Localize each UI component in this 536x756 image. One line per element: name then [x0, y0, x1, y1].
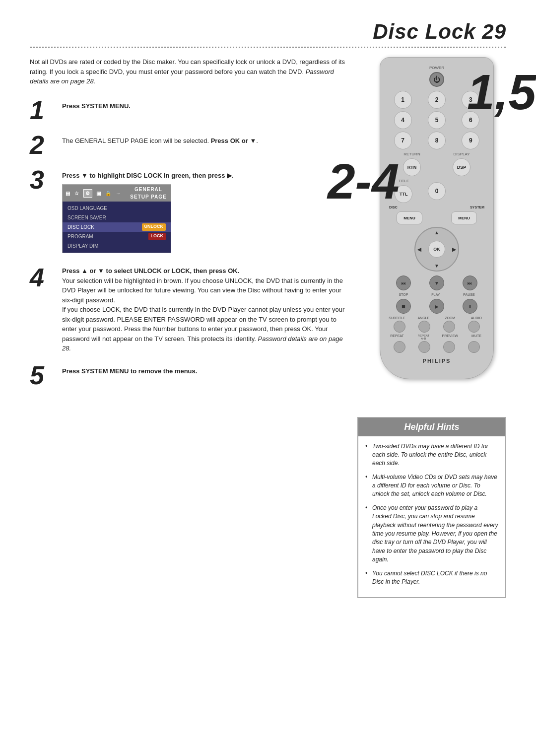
repeat-ab-label: REPEATA-B	[414, 334, 432, 340]
button-7[interactable]: 7	[394, 132, 412, 149]
zoom-cell	[443, 321, 455, 333]
disc-system-row: DISC SYSTEM	[387, 206, 486, 209]
hint-item-2: Multi-volume Video CDs or DVD sets may h…	[365, 473, 498, 499]
mute-button[interactable]	[468, 341, 480, 353]
brand-label: PHILIPS	[387, 358, 486, 364]
hints-list: Two-sided DVDs may have a different ID f…	[365, 442, 498, 587]
pause-label: PAUSE	[463, 293, 474, 296]
system-menu-button[interactable]: MENU	[451, 211, 477, 224]
audio-button[interactable]	[468, 321, 480, 333]
display-button[interactable]: DSP	[453, 158, 470, 176]
zoom-label: ZOOM	[441, 316, 459, 320]
menu-row-disclock: DISC LOCKUNLOCK	[63, 222, 171, 232]
skip-next-button[interactable]: ⏭	[463, 275, 477, 290]
angle-label: ANGLE	[414, 316, 432, 320]
transport-buttons: ⏹ ▶ ⏸	[387, 299, 486, 314]
step-2: 2 The GENERAL SETUP PAGE icon will be se…	[30, 132, 352, 158]
page-title: Disc Lock 29	[30, 20, 506, 44]
system-label: SYSTEM	[470, 206, 484, 209]
play-button[interactable]: ▶	[429, 299, 444, 314]
hint-item-4: You cannot select DISC LOCK if there is …	[365, 569, 498, 587]
subtitle-label: SUBTITLE	[388, 316, 406, 320]
ok-button[interactable]: OK	[428, 241, 445, 258]
overlay-24: 2-4	[328, 156, 400, 206]
button-1[interactable]: 1	[394, 91, 412, 109]
skip-row: ⏮ ▼ ⏭	[387, 275, 486, 290]
menu-rows: OSD LANGUAGE SCREEN SAVER DISC LOCKUNLOC…	[63, 202, 171, 253]
skip-prev-button[interactable]: ⏮	[396, 275, 411, 290]
menu-buttons-row: MENU MENU	[387, 211, 486, 224]
right-col-inner: 1,5 2-4 POWER ⏻ 1 2 3	[367, 57, 506, 379]
nav-right[interactable]: ▶	[452, 247, 456, 252]
step-1-content: Press SYSTEM MENU.	[62, 97, 352, 111]
step-5: 5 Press SYSTEM MENU to remove the menus.	[30, 362, 352, 388]
nav-down[interactable]: ▼	[434, 263, 439, 269]
button-2[interactable]: 2	[428, 91, 446, 109]
step-5-content: Press SYSTEM MENU to remove the menus.	[62, 362, 352, 376]
step-3-number: 3	[30, 167, 57, 193]
repeat-ab-button[interactable]	[418, 341, 430, 353]
step-3-content: Press ▼ to highlight DISC LOCK in green,…	[62, 167, 352, 254]
nav-down-button[interactable]: ▼	[429, 275, 444, 290]
small-buttons-row1	[387, 321, 486, 333]
small-labels-row1: SUBTITLE ANGLE ZOOM AUDIO	[387, 316, 486, 320]
repeat-ab-cell	[418, 341, 430, 353]
button-9[interactable]: 9	[462, 132, 479, 149]
stop-label: STOP	[399, 293, 408, 296]
repeat-button[interactable]	[394, 341, 405, 353]
helpful-hints-box: Helpful Hints Two-sided DVDs may have a …	[357, 417, 506, 599]
right-column: 1,5 2-4 POWER ⏻ 1 2 3	[367, 57, 506, 379]
preview-button[interactable]	[443, 341, 455, 353]
transport-label-row: STOP PLAY PAUSE	[387, 293, 486, 296]
page-container: Disc Lock 29 Not all DVDs are rated or c…	[0, 0, 536, 756]
power-button[interactable]: ⏻	[429, 72, 444, 87]
button-4[interactable]: 4	[394, 111, 412, 129]
menu-row-display: DISPLAY DIM	[63, 241, 171, 251]
audio-cell	[468, 321, 480, 333]
return-button[interactable]: RTN	[403, 158, 421, 176]
menu-row-program: PROGRAMLOCK	[63, 232, 171, 241]
display-label: DISPLAY	[453, 152, 470, 156]
zoom-button[interactable]	[443, 321, 455, 333]
button-0[interactable]: 0	[428, 182, 446, 200]
menu-title-bar: ▤ ☆ ⚙ ▣ 🔒 → GENERAL SETUP PAGE	[63, 185, 171, 202]
preview-label: PREVIEW	[441, 334, 459, 340]
pause-button[interactable]: ⏸	[463, 299, 477, 314]
return-label: RETURN	[403, 152, 421, 156]
hints-body: Two-sided DVDs may have a different ID f…	[358, 436, 505, 598]
preview-cell	[443, 341, 455, 353]
intro-paragraph: Not all DVDs are rated or coded by the D…	[30, 57, 352, 86]
step-4-number: 4	[30, 262, 57, 290]
number-buttons-row3: 7 8 9	[387, 132, 486, 149]
stop-button[interactable]: ⏹	[396, 299, 411, 314]
mute-cell	[468, 341, 480, 353]
title-zero-row: TITLE TTL 0	[387, 179, 486, 203]
step-1: 1 Press SYSTEM MENU.	[30, 97, 352, 123]
hint-item-3: Once you enter your password to play a L…	[365, 504, 498, 564]
bottom-section: Helpful Hints Two-sided DVDs may have a …	[30, 417, 506, 599]
repeat-cell	[394, 341, 405, 353]
nav-up[interactable]: ▲	[434, 230, 439, 235]
mute-label: MUTE	[468, 334, 485, 340]
overlay-15: 1,5	[467, 67, 536, 117]
audio-label: AUDIO	[468, 316, 485, 320]
nav-ring: OK ▲ ▼ ◀ ▶	[414, 227, 459, 272]
step-2-number: 2	[30, 132, 57, 158]
menu-row-screen: SCREEN SAVER	[63, 213, 171, 222]
return-display-row: RETURN RTN DISPLAY DSP	[387, 152, 486, 176]
step-4: 4 Press ▲ or ▼ to select UNLOCK or LOCK,…	[30, 262, 352, 353]
hints-header: Helpful Hints	[358, 418, 505, 436]
nav-left[interactable]: ◀	[417, 247, 421, 252]
repeat-label: REPEAT	[388, 334, 406, 340]
disc-menu-button[interactable]: MENU	[397, 211, 422, 224]
button-5[interactable]: 5	[428, 111, 446, 129]
step-1-number: 1	[30, 97, 57, 123]
button-8[interactable]: 8	[428, 132, 446, 149]
angle-button[interactable]	[418, 321, 430, 333]
hint-item-1: Two-sided DVDs may have a different ID f…	[365, 442, 498, 468]
step-4-content: Press ▲ or ▼ to select UNLOCK or LOCK, t…	[62, 262, 352, 353]
step-3: 3 Press ▼ to highlight DISC LOCK in gree…	[30, 167, 352, 254]
subtitle-button[interactable]	[394, 321, 405, 333]
play-label: PLAY	[431, 293, 440, 296]
menu-row-osd: OSD LANGUAGE	[63, 204, 171, 213]
